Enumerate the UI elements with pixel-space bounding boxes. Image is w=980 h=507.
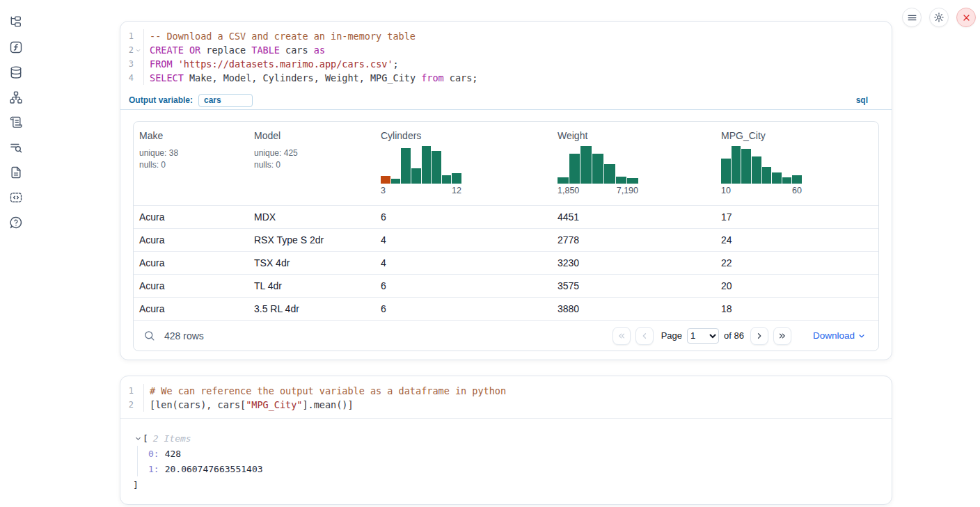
file-text-icon [9,166,23,179]
table-cell: Acura [134,303,248,314]
column-header-make[interactable]: Makeunique: 38nulls: 0 [134,122,248,205]
histogram-bar [381,176,390,184]
chevrons-right-icon [777,331,787,341]
panel-variables[interactable] [8,39,24,56]
histogram-bar [721,159,731,184]
table-row[interactable]: AcuraTSX 4dr4323022 [134,251,878,274]
tree-root-row: [ 2 Items [133,430,879,446]
sql-cell: 1-- Download a CSV and create an in-memo… [120,21,892,360]
code-square-icon [9,191,23,204]
code-text: CREATE OR replace TABLE cars as [144,45,325,56]
page-label: Page [661,330,682,341]
chevron-down-icon [134,435,142,442]
shutdown-button[interactable] [956,8,976,27]
open-bracket: [ [143,433,148,444]
histogram-axis-labels: 312 [381,186,461,195]
code-text: FROM 'https://datasets.marimo.app/cars.c… [144,58,399,70]
histogram-bar [762,167,772,184]
panel-datasources[interactable] [8,64,24,81]
histogram-bar [422,146,432,184]
close-icon [961,13,972,23]
table-cell: Acura [134,280,248,291]
search-icon [143,330,155,341]
panel-scratchpad[interactable] [8,114,24,131]
page-select[interactable]: 1 [687,328,719,344]
sql-code-editor[interactable]: 1-- Download a CSV and create an in-memo… [120,22,892,91]
histogram-bar [569,154,580,184]
panel-documentation[interactable] [8,164,24,181]
table-header: Makeunique: 38nulls: 0Modelunique: 425nu… [134,122,878,205]
menu-icon [907,13,917,23]
line-number: 1 [124,31,134,41]
histogram-bar [411,168,421,184]
table-cell: Acura [134,234,248,246]
line-number-gutter: 1 [120,384,144,398]
chevron-left-icon [640,331,649,341]
table-cell: 3575 [552,280,716,291]
panel-dependencies[interactable] [8,89,24,106]
last-page-button[interactable] [773,327,791,345]
column-header-model[interactable]: Modelunique: 425nulls: 0 [248,122,375,205]
histogram-bar [627,178,638,184]
line-number-gutter: 2 [120,43,144,57]
column-histogram [721,146,802,184]
prev-page-button[interactable] [635,327,654,345]
next-page-button[interactable] [750,327,768,345]
line-number: 3 [124,59,134,69]
table-cell: RSX Type S 2dr [248,234,375,246]
histogram-min-label: 1,850 [558,186,579,195]
sitemap-icon [9,90,23,104]
table-footer: 428 rows Page 1 of 86 Download [134,320,878,351]
output-variable-bar: Output variable: sql [120,91,892,110]
column-label: Make [139,130,243,141]
column-header-mpg_city[interactable]: MPG_City1060 [716,122,878,205]
histogram-bar [741,149,751,184]
column-header-cylinders[interactable]: Cylinders312 [375,122,552,205]
table-cell: 6 [375,211,552,223]
code-line: 1# We can reference the output variable … [120,384,892,398]
first-page-button[interactable] [612,327,631,345]
table-row[interactable]: AcuraMDX6445117 [134,205,878,228]
column-stat: nulls: 0 [254,159,370,171]
settings-button[interactable] [929,8,949,27]
row-count: 428 rows [164,330,204,341]
column-header-weight[interactable]: Weight1,8507,190 [552,122,716,205]
data-table: Makeunique: 38nulls: 0Modelunique: 425nu… [133,121,879,351]
table-cell: 4 [375,257,552,268]
tree-entry: 0:428 [148,446,879,461]
table-cell: 4451 [552,211,716,223]
table-cell: 18 [716,303,878,314]
notebook: 1-- Download a CSV and create an in-memo… [120,21,892,505]
table-row[interactable]: AcuraTL 4dr6357520 [134,274,878,297]
histogram-bar [592,154,603,184]
table-cell: Acura [134,257,248,268]
python-code-editor[interactable]: 1# We can reference the output variable … [120,376,892,418]
help-icon [9,216,23,230]
panel-help[interactable] [8,214,24,231]
download-button[interactable]: Download [809,330,870,341]
pagination: Page 1 of 86 Download [612,327,873,345]
column-stat: unique: 425 [254,147,370,159]
tree-entry-value: 20.060747663551403 [165,464,263,474]
fold-spacer [134,398,142,412]
code-line: 2[len(cars), cars["MPG_City"].mean()] [120,398,892,412]
table-cell: 4 [375,234,552,246]
menu-button[interactable] [902,8,922,27]
output-variable-label: Output variable: [129,95,193,105]
table-row[interactable]: Acura3.5 RL 4dr6388018 [134,297,878,320]
panel-file-explorer[interactable] [8,14,24,31]
table-row[interactable]: AcuraRSX Type S 2dr4277824 [134,228,878,251]
panel-snippets[interactable] [8,189,24,206]
table-cell: 3.5 RL 4dr [248,303,375,314]
code-line: 1-- Download a CSV and create an in-memo… [120,29,892,43]
output-variable-input[interactable] [198,94,253,107]
table-cell: 6 [375,303,552,314]
histogram-bar [452,173,461,184]
panel-logs[interactable] [8,139,24,156]
fold-chevron-icon[interactable] [134,43,142,57]
items-count-label: 2 Items [153,433,191,444]
table-search-button[interactable] [139,326,159,346]
histogram-bar [732,146,741,184]
tree-collapse-button[interactable] [133,433,143,443]
chevrons-left-icon [617,331,626,341]
